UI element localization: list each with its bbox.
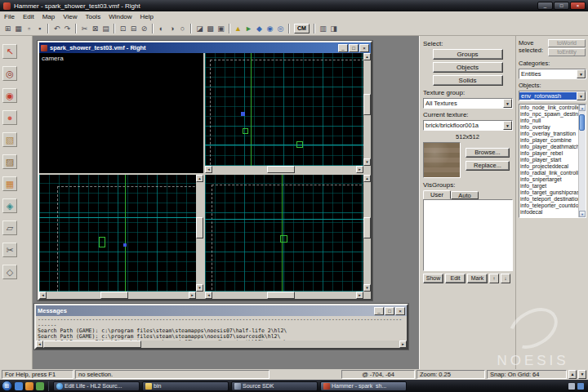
messages-close-button[interactable]: × [395, 307, 405, 315]
viewport-horizontal-scrollbar[interactable]: ◄ ► [39, 292, 196, 299]
menu-window[interactable]: Window [105, 11, 136, 22]
visgroups-show-button[interactable]: Show [423, 274, 443, 283]
entity-list-item[interactable]: info_player_deathmatch [519, 144, 578, 150]
tray-icon[interactable] [577, 383, 584, 390]
dropdown-arrow-icon[interactable]: ▼ [503, 121, 512, 130]
toggle-helpers-icon[interactable]: ◆ [254, 24, 265, 34]
messages-horizontal-scrollbar[interactable]: ◄ ► [36, 341, 407, 348]
quick-launch-icon[interactable] [25, 382, 33, 390]
minimize-button[interactable]: _ [537, 2, 553, 10]
vertex-tool-button[interactable]: ◇ [2, 265, 17, 279]
messages-maximize-button[interactable]: □ [385, 307, 394, 315]
undo-icon[interactable]: ↶ [51, 24, 62, 34]
maximize-button[interactable]: □ [554, 2, 569, 10]
viewport-horizontal-scrollbar[interactable]: ◄ ► [205, 166, 363, 173]
scroll-left-icon[interactable]: ◄ [39, 292, 47, 299]
close-button[interactable]: × [570, 2, 586, 10]
scrollbar-track[interactable] [43, 341, 399, 348]
scroll-left-icon[interactable]: ◄ [205, 166, 212, 173]
scrollbar-track[interactable] [363, 182, 371, 284]
visgroups-edit-button[interactable]: Edit [445, 274, 466, 283]
taskbar-button-hammer[interactable]: Hammer - spark_sh... [320, 381, 407, 391]
viewport-2d-front[interactable] [39, 175, 196, 292]
scrollbar-thumb[interactable] [43, 341, 141, 348]
viewport-vertical-scrollbar[interactable]: ▲ ▼ [363, 175, 371, 292]
entity-list-item[interactable]: info_target [519, 183, 578, 189]
run-map-icon[interactable]: ► [243, 24, 254, 34]
entity-list-item[interactable]: info_overlay_transition [519, 131, 578, 137]
scrollbar-track[interactable] [212, 166, 356, 173]
taskbar-button-browser[interactable]: Edit Life - HL2 Sourc... [53, 381, 140, 391]
entity-tool-button[interactable]: ● [2, 110, 17, 125]
scrollbar-thumb[interactable] [196, 217, 203, 238]
entity-list-item[interactable]: info_target_gunshipcrash [519, 189, 578, 196]
menu-map[interactable]: Map [38, 11, 60, 22]
menu-view[interactable]: View [59, 11, 81, 22]
cordon-mode-button[interactable]: CM [294, 24, 310, 33]
redo-icon[interactable]: ↷ [62, 24, 73, 34]
texture-preview[interactable] [423, 142, 461, 178]
texture-browser-icon[interactable]: ▥ [318, 24, 328, 34]
entity-list-item[interactable]: info_null [519, 118, 578, 124]
smaller-grid-icon[interactable]: ▫ [24, 24, 34, 34]
taskbar-button-bin-folder[interactable]: bin [142, 381, 229, 391]
scrollbar-thumb[interactable] [363, 217, 371, 238]
hide-selected-icon[interactable]: ◐ [156, 24, 167, 34]
scroll-right-icon[interactable]: ► [356, 292, 363, 299]
clipping-tool-button[interactable]: ✂ [2, 243, 17, 257]
carve-icon[interactable]: ◪ [194, 24, 205, 34]
scroll-right-icon[interactable]: ► [356, 166, 363, 173]
entity-marker[interactable] [241, 112, 245, 116]
scroll-up-icon[interactable]: ▲ [363, 175, 371, 182]
entity-list-item[interactable]: info_projecteddecal [519, 163, 578, 170]
replace-button[interactable]: Replace... [466, 161, 510, 171]
start-button[interactable]: ⊞ [2, 381, 12, 391]
scrollbar-thumb[interactable] [579, 114, 585, 131]
paste-icon[interactable]: ▤ [100, 24, 111, 34]
scrollbar-track[interactable] [579, 111, 586, 211]
entity-marker[interactable] [243, 128, 248, 134]
scroll-down-icon[interactable]: ▼ [196, 284, 203, 292]
select-objects-button[interactable]: Objects [433, 62, 503, 73]
scrollbar-thumb[interactable] [267, 292, 295, 299]
entity-marker[interactable] [99, 237, 105, 247]
browse-button[interactable]: Browse... [466, 148, 510, 158]
scroll-left-icon[interactable]: ◄ [205, 292, 212, 299]
toggle-grid-icon[interactable]: ⊞ [2, 24, 13, 34]
ignore-groups-icon[interactable]: ⊘ [139, 24, 149, 34]
visgroups-mark-button[interactable]: Mark [467, 274, 488, 283]
objects-dropdown[interactable]: env_rotorwash ▼ [519, 91, 586, 101]
scroll-right-icon[interactable]: ► [189, 292, 196, 299]
scroll-down-icon[interactable]: ▼ [579, 211, 586, 217]
toggle-nodraw-icon[interactable]: ▲ [233, 24, 243, 34]
entity-list-item[interactable]: info_radial_link_controller [519, 170, 578, 176]
texture-lock-icon[interactable]: ▣ [216, 24, 226, 34]
entity-list-item[interactable]: info_overlay [519, 124, 578, 131]
quick-launch-icon[interactable] [15, 382, 23, 390]
grid-spin-up-icon[interactable]: ▲ [568, 370, 577, 379]
taskbar-button-source-sdk[interactable]: Source SDK [231, 381, 318, 391]
dropdown-arrow-icon[interactable]: ▼ [577, 69, 586, 78]
messages-log[interactable]: ----------------------------------------… [36, 316, 407, 341]
scrollbar-track[interactable] [212, 292, 356, 299]
scroll-down-icon[interactable]: ▼ [363, 158, 371, 166]
select-solids-button[interactable]: Solids [433, 75, 503, 86]
messages-minimize-button[interactable]: _ [374, 307, 384, 315]
scrollbar-track[interactable] [363, 60, 371, 158]
hide-unselected-icon[interactable]: ◑ [167, 24, 177, 34]
entity-list-item[interactable]: info_teleport_destination [519, 196, 578, 203]
texture-group-dropdown[interactable]: All Textures ▼ [423, 98, 513, 109]
current-texture-dropdown[interactable]: brick/brickfloor001a ▼ [423, 120, 513, 131]
entity-list-item[interactable]: info_teleporter_countdown [519, 203, 578, 209]
scroll-up-icon[interactable]: ▲ [196, 175, 203, 182]
scroll-left-icon[interactable]: ◄ [36, 341, 43, 348]
overlay-tool-button[interactable]: ▱ [2, 220, 17, 235]
make-hollow-icon[interactable]: ▩ [205, 24, 216, 34]
map-maximize-button[interactable]: □ [349, 44, 359, 52]
scrollbar-track[interactable] [47, 292, 189, 299]
select-groups-button[interactable]: Groups [433, 49, 503, 60]
larger-grid-icon[interactable]: ▪ [34, 24, 45, 34]
toggle-3d-grid-icon[interactable]: ▦ [13, 24, 24, 34]
tab-user[interactable]: User [423, 190, 451, 199]
categories-dropdown[interactable]: Entities ▼ [519, 69, 586, 79]
